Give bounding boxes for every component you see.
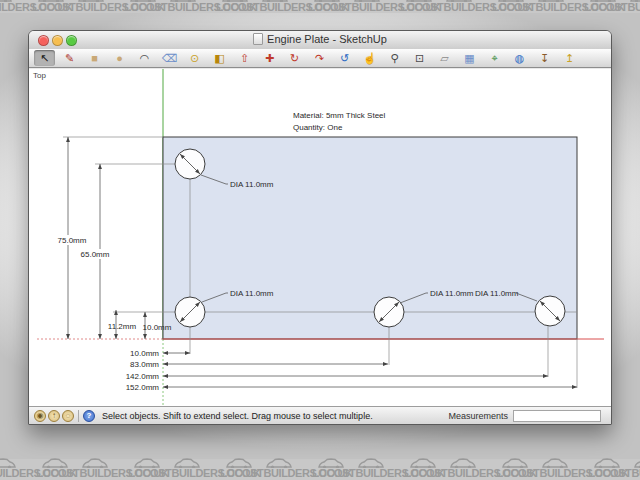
dim-span1-label: 10.0mm xyxy=(130,349,159,358)
dim-span3-label: 142.0mm xyxy=(126,372,160,381)
status-bar: ◉↑◌? Select objects. Shift to extend sel… xyxy=(29,406,611,424)
watermark-unit: LOCOSTBUILDERS.CO.UK xyxy=(0,458,36,480)
dim-edge-offset-label: 11.2mm xyxy=(108,322,137,331)
close-button[interactable] xyxy=(38,35,49,46)
tool-orbit-button[interactable]: ↺ xyxy=(334,50,355,66)
watermark-unit: LOCOSTBUILDERS.CO.UK xyxy=(128,458,220,480)
measurements-input[interactable] xyxy=(513,410,601,422)
follow-me-icon: ↷ xyxy=(315,50,324,66)
window-title: Engine Plate - SketchUp xyxy=(267,33,387,45)
tool-rotate-button[interactable]: ↻ xyxy=(284,50,305,66)
tool-google-earth-button[interactable]: ◍ xyxy=(509,50,530,66)
tool-rectangle-button[interactable]: ■ xyxy=(84,50,105,66)
measurements-group: Measurements xyxy=(448,410,611,422)
watermark-text: LOCOSTBUILDERS.CO.UK xyxy=(584,1,640,13)
tool-zoom-tool-button[interactable]: ⚲ xyxy=(384,50,405,66)
arc-icon: ◠ xyxy=(140,50,150,66)
tool-push-pull-button[interactable]: ⇧ xyxy=(234,50,255,66)
circle-icon: ● xyxy=(116,50,123,66)
zoom-tool-icon: ⚲ xyxy=(390,50,398,66)
tool-line-button[interactable]: ✎ xyxy=(59,50,80,66)
get-models-icon: ↧ xyxy=(540,50,549,66)
toolbar: ↖✎■●◠⌫⊙◧⇧✚↻↷↺☝⚲⊡▱▦⌖◍↧↥ xyxy=(29,49,611,68)
watermark-unit: LOCOSTBUILDERS.CO.UK xyxy=(312,458,404,480)
status-icon-c-icon[interactable]: ◌ xyxy=(62,410,74,422)
dia-label-bm: DIA 11.0mm xyxy=(430,289,474,298)
tool-circle-button[interactable]: ● xyxy=(109,50,130,66)
orbit-icon: ↺ xyxy=(340,50,349,66)
statusbar-icons: ◉↑◌? xyxy=(29,410,98,422)
dia-label-bl: DIA 11.0mm xyxy=(230,289,274,298)
tool-tape-measure-button[interactable]: ⊙ xyxy=(184,50,205,66)
tool-match-photo-button[interactable]: ▦ xyxy=(459,50,480,66)
google-earth-icon: ◍ xyxy=(515,50,525,66)
status-hint: Select objects. Shift to extend select. … xyxy=(102,411,373,421)
window-title-wrap: Engine Plate - SketchUp xyxy=(29,31,611,48)
section-plane-icon: ▱ xyxy=(440,50,448,66)
status-icon-a-icon[interactable]: ◉ xyxy=(34,410,46,422)
tape-measure-icon: ⊙ xyxy=(190,50,199,66)
tool-axes-button[interactable]: ⌖ xyxy=(484,50,505,66)
tool-share-model-button[interactable]: ↥ xyxy=(559,50,580,66)
watermark-text: LOCOSTBUILDERS.CO.UK xyxy=(588,467,640,479)
minimize-button[interactable] xyxy=(52,35,63,46)
title-bar[interactable]: Engine Plate - SketchUp xyxy=(29,31,611,50)
zoom-extents-icon: ⊡ xyxy=(415,50,424,66)
plate-face[interactable] xyxy=(163,137,577,339)
watermark-unit: LOCOSTBUILDERS.CO.UK xyxy=(404,458,496,480)
move-icon: ✚ xyxy=(265,50,274,66)
dim-height-label: 75.0mm xyxy=(58,236,87,245)
axes-icon: ⌖ xyxy=(491,50,497,66)
dim-span2-label: 83.0mm xyxy=(130,360,159,369)
watermark-unit: LOCOSTBUILDERS.CO.UK xyxy=(220,458,312,480)
paint-bucket-icon: ◧ xyxy=(214,50,224,66)
drawing-canvas[interactable]: 75.0mm 65.0mm 11.2mm 10.0mm 10.0mm 83.0m… xyxy=(29,69,611,408)
match-photo-icon: ▦ xyxy=(464,50,474,66)
pan-icon: ☝ xyxy=(363,50,377,66)
watermark-row-bottom: LOCOSTBUILDERS.CO.UKLOCOSTBUILDERS.CO.UK… xyxy=(0,458,640,480)
tool-move-button[interactable]: ✚ xyxy=(259,50,280,66)
statusbar-divider xyxy=(78,410,79,422)
tool-follow-me-button[interactable]: ↷ xyxy=(309,50,330,66)
measurements-label: Measurements xyxy=(448,411,508,421)
tool-zoom-extents-button[interactable]: ⊡ xyxy=(409,50,430,66)
document-icon xyxy=(253,33,263,45)
zoom-button[interactable] xyxy=(66,35,77,46)
watermark-unit: LOCOSTBUILDERS.CO.UK xyxy=(496,458,588,480)
status-icon-b-icon[interactable]: ↑ xyxy=(48,410,60,422)
material-note: Material: 5mm Thick Steel xyxy=(293,111,386,120)
tool-paint-bucket-button[interactable]: ◧ xyxy=(209,50,230,66)
view-name-label: Top xyxy=(33,71,46,80)
dim-span4-label: 152.0mm xyxy=(126,383,160,392)
rectangle-icon: ■ xyxy=(91,50,98,66)
help-icon[interactable]: ? xyxy=(83,410,95,422)
viewport[interactable]: Top xyxy=(29,69,611,408)
watermark-unit: LOCOSTBUILDERS.CO.UK xyxy=(588,458,640,480)
tool-section-plane-button[interactable]: ▱ xyxy=(434,50,455,66)
sketchup-window: Engine Plate - SketchUp ↖✎■●◠⌫⊙◧⇧✚↻↷↺☝⚲⊡… xyxy=(28,30,612,425)
desktop: LOCOSTBUILDERS.CO.UKLOCOSTBUILDERS.CO.UK… xyxy=(0,0,640,480)
tool-arc-button[interactable]: ◠ xyxy=(134,50,155,66)
tool-pan-button[interactable]: ☝ xyxy=(359,50,380,66)
rotate-icon: ↻ xyxy=(290,50,299,66)
select-icon: ↖ xyxy=(40,50,49,66)
tool-select-button[interactable]: ↖ xyxy=(34,50,55,66)
share-model-icon: ↥ xyxy=(565,50,574,66)
eraser-icon: ⌫ xyxy=(162,50,178,66)
quantity-note: Quantity: One xyxy=(293,123,343,132)
watermark-unit: LOCOSTBUILDERS.CO.UK xyxy=(36,458,128,480)
dia-label-top: DIA 11.0mm xyxy=(230,180,274,189)
dia-label-br: DIA 11.0mm xyxy=(475,289,519,298)
tool-get-models-button[interactable]: ↧ xyxy=(534,50,555,66)
dim-hole-offset-label: 10.0mm xyxy=(143,323,172,332)
line-icon: ✎ xyxy=(65,50,74,66)
tool-eraser-button[interactable]: ⌫ xyxy=(159,50,180,66)
push-pull-icon: ⇧ xyxy=(240,50,249,66)
dim-hole-height-label: 65.0mm xyxy=(81,250,110,259)
